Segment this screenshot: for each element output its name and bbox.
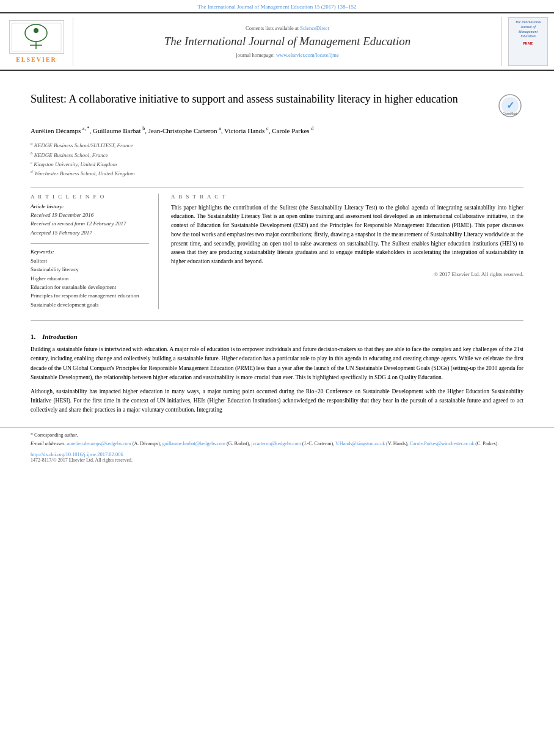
journal-homepage: journal homepage: www.elsevier.com/locat… xyxy=(236,52,338,58)
footnote-corresponding: * Corresponding author. xyxy=(31,432,523,439)
history-title: Article history: xyxy=(31,203,149,209)
cover-logo-text: PRME xyxy=(523,42,534,45)
elsevier-logo-box xyxy=(9,20,64,54)
history-accepted: Accepted 15 February 2017 xyxy=(31,228,149,237)
keyword-sulitest: Sulitest xyxy=(31,256,149,265)
affiliation-d: d Winchester Business School, United Kin… xyxy=(31,169,523,178)
crossmark-icon: ✓ CrossMark xyxy=(498,93,522,118)
abstract-label: A B S T R A C T xyxy=(171,194,523,200)
keyword-higher-education: Higher education xyxy=(31,274,149,283)
section-name: Introduction xyxy=(42,333,77,340)
svg-text:✓: ✓ xyxy=(506,100,514,111)
email-decamps[interactable]: aurelien.decamps@kedgebs.com xyxy=(67,441,131,446)
abstract-text: This paper highlights the contribution o… xyxy=(171,203,523,266)
journal-cover: The International Journal of Management … xyxy=(501,17,548,66)
author-carteron: Jean-Christophe Carteron a xyxy=(148,127,221,134)
header-divider xyxy=(31,187,523,187)
top-banner: The International Journal of Management … xyxy=(0,0,554,12)
journal-homepage-link[interactable]: www.elsevier.com/locate/ijme xyxy=(276,52,339,58)
affiliation-b: b KEDGE Business School, France xyxy=(31,150,523,159)
author-hands: Victoria Hands c xyxy=(224,127,269,134)
email-hands[interactable]: V.Hands@kingston.ac.uk xyxy=(335,441,385,446)
doi-line: http://dx.doi.org/10.1016/j.ijme.2017.02… xyxy=(0,449,554,457)
doi-link[interactable]: http://dx.doi.org/10.1016/j.ijme.2017.02… xyxy=(31,451,123,457)
intro-para2: Although, sustainability has impacted hi… xyxy=(31,387,523,415)
footnote-emails: E-mail addresses: aurelien.decamps@kedge… xyxy=(31,440,523,448)
intro-section: 1. Introduction Building a sustainable f… xyxy=(31,333,523,415)
keywords-title: Keywords: xyxy=(31,249,149,255)
article-title-section: Sulitest: A collaborative initiative to … xyxy=(31,92,523,119)
article-info-label: A R T I C L E I N F O xyxy=(31,194,149,200)
email-carteron[interactable]: jccarteron@kedgebs.com xyxy=(251,441,301,446)
crossmark-badge: ✓ CrossMark xyxy=(496,92,523,119)
journal-header: ELSEVIER Contents lists available at Sci… xyxy=(0,12,554,71)
affiliation-a: a KEDGE Business School/SULITEST, France xyxy=(31,140,523,150)
science-direct-line: Contents lists available at ScienceDirec… xyxy=(246,25,329,31)
two-column-layout: A R T I C L E I N F O Article history: R… xyxy=(31,194,523,310)
author-parkes: Carole Parkes d xyxy=(272,127,313,134)
svg-point-4 xyxy=(34,28,38,33)
article-title: Sulitest: A collaborative initiative to … xyxy=(31,92,496,106)
affiliations: a KEDGE Business School/SULITEST, France… xyxy=(31,140,523,178)
journal-title-area: Contents lists available at ScienceDirec… xyxy=(79,17,495,66)
intro-para1: Building a sustainable future is intertw… xyxy=(31,345,523,382)
article-info-column: A R T I C L E I N F O Article history: R… xyxy=(31,194,159,310)
elsevier-logo-area: ELSEVIER xyxy=(6,17,73,66)
keyword-sustainability-literacy: Sustainability literacy xyxy=(31,265,149,274)
keywords-section: Keywords: Sulitest Sustainability litera… xyxy=(31,243,149,309)
keyword-esd: Education for sustainable development xyxy=(31,283,149,291)
history-revised: Received in revised form 12 February 201… xyxy=(31,219,149,228)
author-decamps: Aurélien Décamps a, * xyxy=(31,127,89,134)
keyword-sdg: Sustainable development goals xyxy=(31,300,149,309)
authors-line: Aurélien Décamps a, *, Guillaume Barbat … xyxy=(31,125,523,136)
journal-main-title: The International Journal of Management … xyxy=(164,35,411,48)
footnote-area: * Corresponding author. E-mail addresses… xyxy=(0,427,554,448)
copyright-line: © 2017 Elsevier Ltd. All rights reserved… xyxy=(171,271,523,277)
main-content: Sulitest: A collaborative initiative to … xyxy=(0,71,554,415)
author-barbat: Guillaume Barbat b xyxy=(93,127,145,134)
intro-heading: 1. Introduction xyxy=(31,333,523,340)
keyword-prme: Principles for responsible management ed… xyxy=(31,291,149,300)
svg-text:CrossMark: CrossMark xyxy=(502,112,517,115)
cover-title-text: The International Journal of Management … xyxy=(511,20,545,39)
science-direct-link[interactable]: ScienceDirect xyxy=(300,25,329,31)
abstract-section: A B S T R A C T This paper highlights th… xyxy=(171,194,523,310)
elsevier-brand-text: ELSEVIER xyxy=(16,56,57,63)
email-parkes[interactable]: Carole.Parkes@winchester.ac.uk xyxy=(410,441,474,446)
section-divider xyxy=(31,320,523,321)
history-received: Received 19 December 2016 xyxy=(31,211,149,219)
cover-image: The International Journal of Management … xyxy=(508,17,548,66)
issn-line: 1472-8117/© 2017 Elsevier Ltd. All right… xyxy=(0,457,554,468)
section-number: 1. xyxy=(31,333,35,340)
banner-text: The International Journal of Management … xyxy=(198,4,357,10)
affiliation-c: c Kingston University, United Kingdom xyxy=(31,159,523,169)
article-history: Article history: Received 19 December 20… xyxy=(31,203,149,237)
email-barbat[interactable]: guillaume.barbat@kedgebs.com xyxy=(162,441,225,446)
elsevier-tree-icon xyxy=(10,22,62,53)
email-label: E-mail addresses: xyxy=(31,441,66,446)
